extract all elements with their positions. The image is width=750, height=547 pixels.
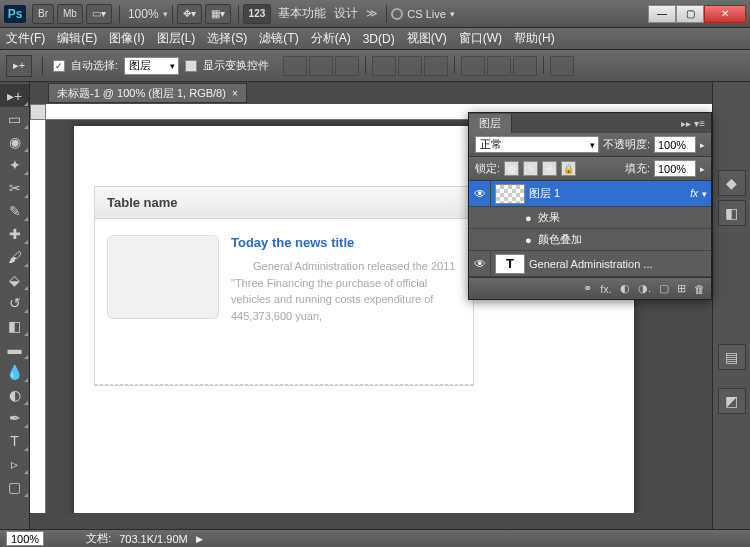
layer-name[interactable]: 图层 1 — [529, 186, 560, 201]
visibility-toggle-icon[interactable]: 👁 — [469, 251, 491, 276]
layer-fx-icon[interactable]: fx. — [600, 283, 612, 295]
color-overlay-row[interactable]: ●颜色叠加 — [469, 229, 711, 251]
crop-tool[interactable]: ✂ — [0, 176, 29, 199]
status-doc-label: 文档: — [86, 531, 111, 546]
zoom-value[interactable]: 100% — [128, 7, 159, 21]
vertical-ruler[interactable] — [30, 120, 46, 513]
dist-2[interactable] — [487, 56, 511, 76]
layer-group-icon[interactable]: ▢ — [659, 282, 669, 295]
show-transform-checkbox[interactable] — [185, 60, 197, 72]
more-workspaces-icon[interactable]: ≫ — [366, 7, 378, 20]
menu-select[interactable]: 选择(S) — [207, 30, 247, 47]
status-zoom[interactable]: 100% — [6, 531, 44, 546]
layer-name[interactable]: General Administration ... — [529, 258, 653, 270]
layers-panel-menu-icon[interactable]: ▸▸ ▾≡ — [675, 118, 711, 129]
current-tool-icon[interactable]: ▸+ — [6, 55, 32, 77]
close-tab-icon[interactable]: × — [232, 88, 238, 99]
auto-select-checkbox[interactable]: ✓ — [53, 60, 65, 72]
minibridge-button[interactable]: Mb — [57, 4, 83, 24]
workspace-essentials[interactable]: 基本功能 — [278, 5, 326, 22]
gradient-tool[interactable]: ▬ — [0, 337, 29, 360]
blend-mode-select[interactable]: 正常 — [475, 136, 599, 153]
menu-help[interactable]: 帮助(H) — [514, 30, 555, 47]
lock-transparency-icon[interactable]: ▦ — [504, 161, 519, 176]
layer-row[interactable]: 👁 T General Administration ... — [469, 251, 711, 277]
shape-tool[interactable]: ▢ — [0, 475, 29, 498]
auto-select-target[interactable]: 图层 — [124, 57, 179, 75]
move-tool[interactable]: ▸+ — [0, 84, 29, 107]
align-5[interactable] — [398, 56, 422, 76]
eyedropper-tool[interactable]: ✎ — [0, 199, 29, 222]
lock-pixels-icon[interactable]: ✎ — [523, 161, 538, 176]
stamp-tool[interactable]: ⬙ — [0, 268, 29, 291]
wand-tool[interactable]: ✦ — [0, 153, 29, 176]
path-tool[interactable]: ▹ — [0, 452, 29, 475]
healing-tool[interactable]: ✚ — [0, 222, 29, 245]
screen-mode-button[interactable]: ▭▾ — [86, 4, 112, 24]
layer-mask-icon[interactable]: ◐ — [620, 282, 630, 295]
fill-field[interactable]: 100% — [654, 160, 696, 177]
lasso-tool[interactable]: ◉ — [0, 130, 29, 153]
layer-thumbnail[interactable] — [495, 184, 525, 204]
num-indicator[interactable]: 123 — [243, 4, 272, 24]
status-doc-info[interactable]: 703.1K/1.90M — [119, 533, 188, 545]
menu-window[interactable]: 窗口(W) — [459, 30, 502, 47]
fill-arrow-icon[interactable]: ▸ — [700, 164, 705, 174]
align-6[interactable] — [424, 56, 448, 76]
marquee-tool[interactable]: ▭ — [0, 107, 29, 130]
document-tab[interactable]: 未标题-1 @ 100% (图层 1, RGB/8) × — [48, 83, 247, 103]
lock-position-icon[interactable]: ✥ — [542, 161, 557, 176]
dist-4[interactable] — [550, 56, 574, 76]
blur-tool[interactable]: 💧 — [0, 360, 29, 383]
delete-layer-icon[interactable]: 🗑 — [694, 283, 705, 295]
text-layer-thumbnail[interactable]: T — [495, 254, 525, 274]
layers-panel-tab[interactable]: 图层 — [469, 114, 512, 133]
fx-collapse-icon[interactable]: ▾ — [702, 189, 707, 199]
zoom-dropdown-icon[interactable]: ▾ — [163, 9, 168, 19]
effects-row[interactable]: ●效果 — [469, 207, 711, 229]
workspace-design[interactable]: 设计 — [334, 5, 358, 22]
dock-styles-icon[interactable]: ◧ — [718, 200, 746, 226]
align-4[interactable] — [372, 56, 396, 76]
dock-adjustments-icon[interactable]: ◩ — [718, 388, 746, 414]
cslive-button[interactable]: CS Live▾ — [391, 8, 455, 20]
menu-3d[interactable]: 3D(D) — [363, 32, 395, 46]
dist-1[interactable] — [461, 56, 485, 76]
fx-badge[interactable]: fx — [690, 188, 698, 199]
new-layer-icon[interactable]: ⊞ — [677, 282, 686, 295]
brush-tool[interactable]: 🖌 — [0, 245, 29, 268]
opacity-arrow-icon[interactable]: ▸ — [700, 140, 705, 150]
menu-file[interactable]: 文件(F) — [6, 30, 45, 47]
window-maximize-button[interactable]: ▢ — [676, 5, 704, 23]
opacity-field[interactable]: 100% — [654, 136, 696, 153]
dist-3[interactable] — [513, 56, 537, 76]
arrange-button[interactable]: ▦▾ — [205, 4, 231, 24]
menu-analysis[interactable]: 分析(A) — [311, 30, 351, 47]
visibility-toggle-icon[interactable]: 👁 — [469, 181, 491, 206]
menu-edit[interactable]: 编辑(E) — [57, 30, 97, 47]
menu-filter[interactable]: 滤镜(T) — [259, 30, 298, 47]
status-arrow-icon[interactable]: ▶ — [196, 534, 203, 544]
align-1[interactable] — [283, 56, 307, 76]
pen-tool[interactable]: ✒ — [0, 406, 29, 429]
layer-row[interactable]: 👁 图层 1 fx ▾ — [469, 181, 711, 207]
dodge-tool[interactable]: ◐ — [0, 383, 29, 406]
bridge-button[interactable]: Br — [32, 4, 54, 24]
eraser-tool[interactable]: ◧ — [0, 314, 29, 337]
ruler-origin[interactable] — [30, 104, 46, 120]
menu-image[interactable]: 图像(I) — [109, 30, 144, 47]
menu-view[interactable]: 视图(V) — [407, 30, 447, 47]
type-tool[interactable]: T — [0, 429, 29, 452]
window-close-button[interactable]: ✕ — [704, 5, 746, 23]
hand-tool-button[interactable]: ✥▾ — [177, 4, 202, 24]
align-3[interactable] — [335, 56, 359, 76]
dock-history-icon[interactable]: ▤ — [718, 344, 746, 370]
history-brush-tool[interactable]: ↺ — [0, 291, 29, 314]
dock-swatches-icon[interactable]: ◆ — [718, 170, 746, 196]
menu-layer[interactable]: 图层(L) — [157, 30, 196, 47]
window-minimize-button[interactable]: — — [648, 5, 676, 23]
link-layers-icon[interactable]: ⚭ — [583, 282, 592, 295]
adjustment-layer-icon[interactable]: ◑. — [638, 282, 651, 295]
align-2[interactable] — [309, 56, 333, 76]
lock-all-icon[interactable]: 🔒 — [561, 161, 576, 176]
